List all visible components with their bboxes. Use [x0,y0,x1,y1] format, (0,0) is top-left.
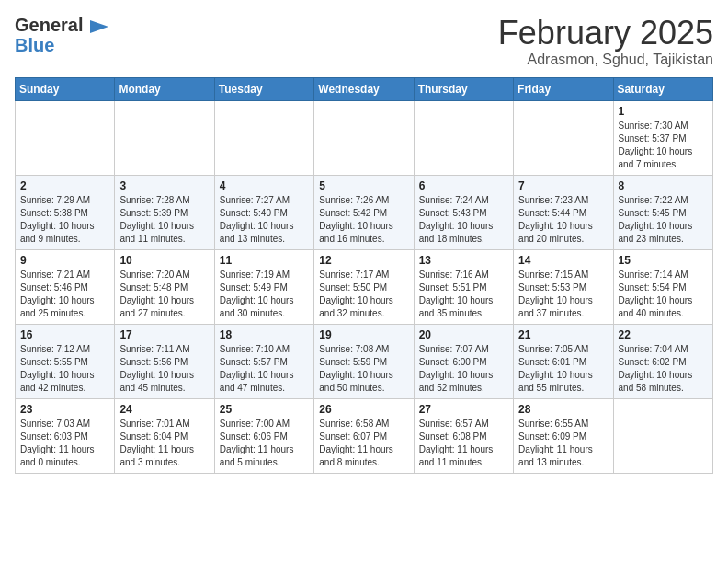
table-row: 24Sunrise: 7:01 AM Sunset: 6:04 PM Dayli… [115,398,214,473]
day-number: 14 [518,254,608,267]
day-info: Sunrise: 6:55 AM Sunset: 6:09 PM Dayligh… [518,418,608,469]
table-row: 28Sunrise: 6:55 AM Sunset: 6:09 PM Dayli… [514,398,613,473]
day-number: 10 [119,254,209,267]
day-info: Sunrise: 7:23 AM Sunset: 5:44 PM Dayligh… [518,194,608,246]
day-number: 24 [119,403,209,416]
day-number: 1 [619,105,708,118]
logo: General Blue [15,15,108,55]
day-number: 18 [220,328,309,341]
day-number: 6 [419,179,508,192]
day-info: Sunrise: 7:08 AM Sunset: 5:59 PM Dayligh… [319,343,408,395]
day-number: 3 [119,179,209,192]
calendar-header-row: Sunday Monday Tuesday Wednesday Thursday… [16,77,713,100]
table-row: 25Sunrise: 7:00 AM Sunset: 6:06 PM Dayli… [214,398,313,473]
day-number: 20 [419,328,508,341]
day-number: 2 [20,179,109,192]
table-row: 15Sunrise: 7:14 AM Sunset: 5:54 PM Dayli… [613,249,712,324]
day-info: Sunrise: 6:57 AM Sunset: 6:08 PM Dayligh… [419,418,508,469]
day-info: Sunrise: 7:00 AM Sunset: 6:06 PM Dayligh… [220,418,309,469]
table-row: 3Sunrise: 7:28 AM Sunset: 5:39 PM Daylig… [115,175,214,249]
day-info: Sunrise: 7:04 AM Sunset: 6:02 PM Dayligh… [619,343,708,395]
day-number: 23 [20,403,109,416]
day-number: 22 [619,328,708,341]
table-row: 16Sunrise: 7:12 AM Sunset: 5:55 PM Dayli… [16,324,115,398]
day-info: Sunrise: 7:17 AM Sunset: 5:50 PM Dayligh… [319,269,408,320]
day-number: 25 [220,403,309,416]
table-row: 27Sunrise: 6:57 AM Sunset: 6:08 PM Dayli… [414,398,513,473]
day-info: Sunrise: 7:14 AM Sunset: 5:54 PM Dayligh… [619,269,708,320]
table-row [613,398,712,473]
day-number: 28 [518,403,608,416]
col-wednesday: Wednesday [314,77,414,100]
table-row: 11Sunrise: 7:19 AM Sunset: 5:49 PM Dayli… [214,249,313,324]
day-info: Sunrise: 7:11 AM Sunset: 5:56 PM Dayligh… [119,343,209,395]
day-info: Sunrise: 7:27 AM Sunset: 5:40 PM Dayligh… [220,194,309,246]
day-number: 4 [220,179,309,192]
col-tuesday: Tuesday [214,77,313,100]
page-header: General Blue February 2025 Adrasmon, Sgh… [15,15,713,68]
table-row: 18Sunrise: 7:10 AM Sunset: 5:57 PM Dayli… [214,324,313,398]
day-number: 8 [619,179,708,192]
table-row: 9Sunrise: 7:21 AM Sunset: 5:46 PM Daylig… [16,249,115,324]
col-thursday: Thursday [414,77,513,100]
table-row: 20Sunrise: 7:07 AM Sunset: 6:00 PM Dayli… [414,324,513,398]
col-sunday: Sunday [16,77,115,100]
table-row: 23Sunrise: 7:03 AM Sunset: 6:03 PM Dayli… [16,398,115,473]
table-row [414,100,513,175]
calendar-subtitle: Adrasmon, Sghud, Tajikistan [498,52,713,68]
calendar-table: Sunday Monday Tuesday Wednesday Thursday… [15,77,713,474]
day-number: 13 [419,254,508,267]
day-info: Sunrise: 7:15 AM Sunset: 5:53 PM Dayligh… [518,269,608,320]
table-row: 22Sunrise: 7:04 AM Sunset: 6:02 PM Dayli… [613,324,712,398]
day-number: 11 [220,254,309,267]
col-saturday: Saturday [613,77,712,100]
day-info: Sunrise: 7:19 AM Sunset: 5:49 PM Dayligh… [220,269,309,320]
day-info: Sunrise: 7:16 AM Sunset: 5:51 PM Dayligh… [419,269,508,320]
day-info: Sunrise: 6:58 AM Sunset: 6:07 PM Dayligh… [319,418,408,469]
table-row: 7Sunrise: 7:23 AM Sunset: 5:44 PM Daylig… [514,175,613,249]
table-row: 19Sunrise: 7:08 AM Sunset: 5:59 PM Dayli… [314,324,414,398]
table-row: 5Sunrise: 7:26 AM Sunset: 5:42 PM Daylig… [314,175,414,249]
day-info: Sunrise: 7:10 AM Sunset: 5:57 PM Dayligh… [220,343,309,395]
table-row [514,100,613,175]
day-number: 21 [518,328,608,341]
day-number: 16 [20,328,109,341]
day-number: 19 [319,328,408,341]
day-info: Sunrise: 7:03 AM Sunset: 6:03 PM Dayligh… [20,418,109,469]
day-number: 15 [619,254,708,267]
calendar-title: February 2025 [498,15,713,52]
table-row [16,100,115,175]
table-row: 8Sunrise: 7:22 AM Sunset: 5:45 PM Daylig… [613,175,712,249]
day-info: Sunrise: 7:26 AM Sunset: 5:42 PM Dayligh… [319,194,408,246]
day-number: 26 [319,403,408,416]
day-number: 17 [119,328,209,341]
day-info: Sunrise: 7:28 AM Sunset: 5:39 PM Dayligh… [119,194,209,246]
day-info: Sunrise: 7:07 AM Sunset: 6:00 PM Dayligh… [419,343,508,395]
table-row: 17Sunrise: 7:11 AM Sunset: 5:56 PM Dayli… [115,324,214,398]
day-number: 12 [319,254,408,267]
day-info: Sunrise: 7:20 AM Sunset: 5:48 PM Dayligh… [119,269,209,320]
day-info: Sunrise: 7:21 AM Sunset: 5:46 PM Dayligh… [20,269,109,320]
table-row [314,100,414,175]
calendar-week-5: 23Sunrise: 7:03 AM Sunset: 6:03 PM Dayli… [16,398,713,473]
table-row: 21Sunrise: 7:05 AM Sunset: 6:01 PM Dayli… [514,324,613,398]
calendar-week-4: 16Sunrise: 7:12 AM Sunset: 5:55 PM Dayli… [16,324,713,398]
col-friday: Friday [514,77,613,100]
day-number: 7 [518,179,608,192]
table-row [115,100,214,175]
table-row: 4Sunrise: 7:27 AM Sunset: 5:40 PM Daylig… [214,175,313,249]
col-monday: Monday [115,77,214,100]
day-info: Sunrise: 7:12 AM Sunset: 5:55 PM Dayligh… [20,343,109,395]
table-row: 6Sunrise: 7:24 AM Sunset: 5:43 PM Daylig… [414,175,513,249]
table-row: 1Sunrise: 7:30 AM Sunset: 5:37 PM Daylig… [613,100,712,175]
table-row: 26Sunrise: 6:58 AM Sunset: 6:07 PM Dayli… [314,398,414,473]
day-info: Sunrise: 7:29 AM Sunset: 5:38 PM Dayligh… [20,194,109,246]
calendar-week-2: 2Sunrise: 7:29 AM Sunset: 5:38 PM Daylig… [16,175,713,249]
day-info: Sunrise: 7:01 AM Sunset: 6:04 PM Dayligh… [119,418,209,469]
day-info: Sunrise: 7:22 AM Sunset: 5:45 PM Dayligh… [619,194,708,246]
table-row: 13Sunrise: 7:16 AM Sunset: 5:51 PM Dayli… [414,249,513,324]
table-row [214,100,313,175]
table-row: 14Sunrise: 7:15 AM Sunset: 5:53 PM Dayli… [514,249,613,324]
calendar-week-3: 9Sunrise: 7:21 AM Sunset: 5:46 PM Daylig… [16,249,713,324]
day-info: Sunrise: 7:24 AM Sunset: 5:43 PM Dayligh… [419,194,508,246]
